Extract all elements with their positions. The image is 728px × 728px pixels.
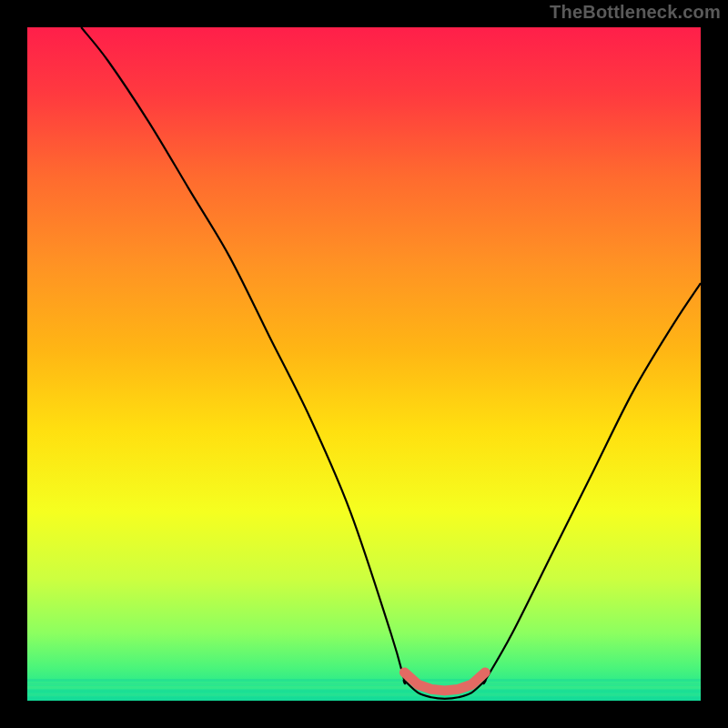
svg-rect-0	[27, 679, 701, 682]
plot-background	[27, 27, 701, 701]
chart-frame: TheBottleneck.com	[0, 0, 728, 728]
svg-rect-5	[27, 697, 701, 700]
svg-rect-2	[27, 686, 701, 689]
svg-rect-3	[27, 690, 701, 693]
chart-svg	[0, 0, 728, 728]
watermark-text: TheBottleneck.com	[550, 2, 721, 23]
svg-rect-4	[27, 693, 701, 696]
svg-rect-1	[27, 682, 701, 685]
